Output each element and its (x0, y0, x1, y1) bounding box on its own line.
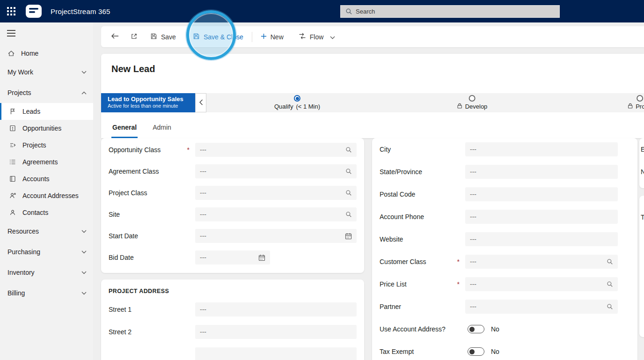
field-label: Partner (380, 303, 465, 310)
bpf-process-box[interactable]: Lead to Opportunity Sales Active for les… (101, 93, 195, 112)
waffle-icon[interactable] (0, 0, 22, 22)
field-row: Account Phone --- (380, 206, 630, 228)
partner-input[interactable]: --- (465, 300, 618, 314)
magnifier-icon[interactable] (345, 147, 352, 153)
tab-admin[interactable]: Admin (152, 118, 172, 138)
save-and-close-button[interactable]: Save & Close (188, 29, 248, 44)
sidebar-group-purchasing[interactable]: Purchasing (0, 242, 93, 262)
new-button[interactable]: New (256, 29, 288, 44)
global-search[interactable] (340, 5, 560, 18)
sidebar-item-account-addresses[interactable]: Account Addresses (0, 187, 93, 204)
field-label: State/Province (380, 168, 465, 176)
chevron-down-icon (81, 250, 87, 254)
field-label: Postal Code (380, 191, 465, 198)
save-button[interactable]: Save (146, 29, 181, 44)
field-row: Street 2 --- (109, 321, 357, 343)
magnifier-icon[interactable] (345, 190, 352, 196)
sidebar-item-projects[interactable]: Projects (0, 137, 93, 154)
start-date-input[interactable]: --- (195, 229, 357, 243)
sidebar-item-contacts[interactable]: Contacts (0, 204, 93, 221)
field-label: Customer Class* (380, 258, 465, 265)
field-row: Use Account Address? No (380, 318, 630, 340)
magnifier-icon[interactable] (607, 303, 613, 310)
price-list-input[interactable]: --- (465, 277, 618, 291)
open-in-new-icon (131, 33, 138, 41)
chevron-down-icon (81, 271, 87, 274)
sidebar-group-label: Billing (7, 289, 25, 297)
street-1-input[interactable]: --- (195, 302, 357, 316)
sidebar-group-label: Projects (7, 89, 31, 96)
projects-icon (9, 141, 16, 149)
postal-code-input[interactable]: --- (465, 187, 618, 201)
sidebar-group-my-work[interactable]: My Work (0, 62, 93, 82)
sidebar-group-inventory[interactable]: Inventory (0, 262, 93, 283)
sidebar-group-billing[interactable]: Billing (0, 283, 93, 303)
field-row: State/Province --- (380, 161, 630, 183)
project-address-section-card: PROJECT ADDRESS Street 1 --- Street 2 --… (101, 279, 364, 360)
accounts-icon (9, 175, 16, 183)
use-account-address-toggle[interactable] (468, 325, 484, 333)
calendar-icon[interactable] (345, 233, 352, 240)
record-header-card: New Lead Lead to Opportunity Sales Activ… (101, 54, 644, 138)
city-input[interactable]: --- (465, 142, 618, 156)
customer-class-input[interactable]: --- (465, 255, 618, 269)
website-input[interactable]: --- (465, 232, 618, 246)
clipped-field-label: N (641, 161, 644, 183)
project-class-input[interactable]: --- (195, 186, 357, 200)
agreements-icon (9, 158, 16, 166)
street-2-input[interactable]: --- (195, 325, 357, 339)
opportunity-class-input[interactable]: --- (195, 143, 357, 157)
sidebar-group-resources[interactable]: Resources (0, 221, 93, 242)
lock-icon (628, 103, 633, 110)
back-button[interactable] (107, 29, 124, 44)
calendar-icon[interactable] (258, 254, 265, 261)
toggle-value: No (491, 325, 499, 333)
bpf-collapse-button[interactable] (195, 93, 206, 112)
open-in-new-window-button[interactable] (126, 29, 142, 44)
tab-general[interactable]: General (111, 118, 138, 138)
bid-date-input[interactable]: --- (195, 250, 270, 264)
bpf-stage-qualify[interactable]: Qualify (< 1 Min) (274, 95, 320, 110)
field-row: Postal Code --- (380, 183, 630, 206)
sidebar-item-leads[interactable]: Leads (0, 103, 93, 120)
top-navbar: ProjectStream 365 (0, 0, 644, 22)
tax-exempt-toggle[interactable] (468, 347, 484, 356)
flow-button[interactable]: Flow (294, 29, 340, 44)
site-input[interactable]: --- (195, 207, 357, 221)
account-phone-input[interactable]: --- (465, 210, 618, 224)
save-label: Save (161, 33, 176, 41)
magnifier-icon[interactable] (345, 211, 352, 218)
agreement-class-input[interactable]: --- (195, 164, 357, 178)
app-logo (25, 4, 43, 18)
sidebar-item-opportunities[interactable]: Opportunities (0, 120, 93, 137)
state-province-input[interactable]: --- (465, 165, 618, 179)
field-row: Partner --- (380, 295, 630, 318)
save-icon (150, 33, 157, 41)
magnifier-icon[interactable] (607, 281, 613, 287)
search-input[interactable] (356, 8, 555, 15)
hamburger-menu-icon[interactable] (0, 22, 93, 45)
sidebar-item-label: Home (21, 50, 38, 57)
bpf-process-status: Active for less than one minute (108, 103, 195, 109)
field-row: Price List* --- (380, 273, 630, 295)
field-row: Start Date --- (109, 225, 357, 247)
business-process-flow: Lead to Opportunity Sales Active for les… (101, 93, 644, 112)
account-details-section-card: City --- State/Province --- Postal Code … (372, 138, 637, 360)
chevron-down-icon (81, 230, 87, 233)
field-row: Website --- (380, 228, 630, 250)
clipped-section-card: E N (639, 138, 644, 188)
field-label: Price List* (380, 280, 465, 288)
sidebar-item-label: Projects (22, 141, 46, 149)
bpf-stage-develop[interactable]: Develop (457, 95, 488, 110)
field-row: Agreement Class --- (109, 161, 357, 182)
bpf-stage-propose[interactable]: Propo (628, 95, 644, 110)
field-label: Website (380, 235, 465, 243)
sidebar: Home My Work Projects Leads Opportunitie (0, 22, 93, 360)
magnifier-icon[interactable] (607, 258, 613, 265)
sidebar-item-accounts[interactable]: Accounts (0, 170, 93, 187)
sidebar-item-agreements[interactable]: Agreements (0, 154, 93, 170)
address-clipped-input[interactable] (195, 347, 357, 360)
magnifier-icon[interactable] (345, 168, 352, 175)
sidebar-group-projects[interactable]: Projects (0, 82, 93, 103)
sidebar-item-home[interactable]: Home (0, 45, 93, 62)
